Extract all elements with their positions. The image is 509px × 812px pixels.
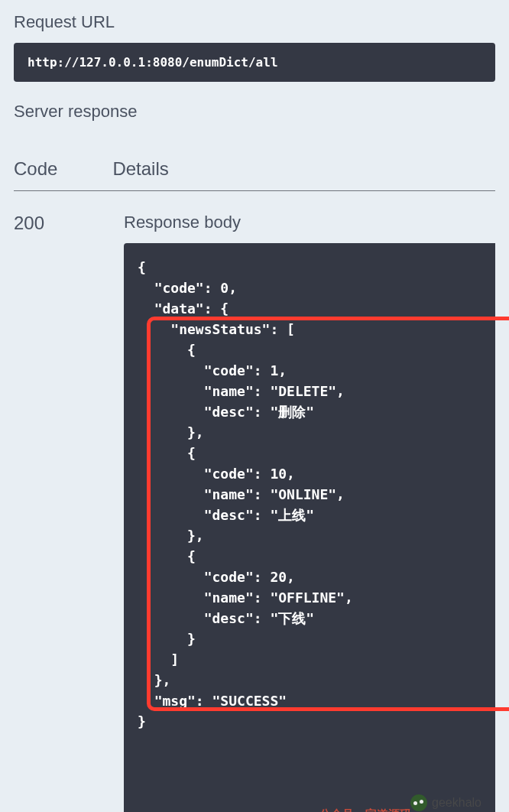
request-url-label: Request URL bbox=[14, 12, 495, 32]
details-column-header: Details bbox=[112, 158, 168, 180]
watermark-red-text: 公众号：字道源码 bbox=[319, 804, 411, 812]
response-body-text: { "code": 0, "data": { "newsStatus": [ {… bbox=[138, 259, 353, 729]
details-column: Response body { "code": 0, "data": { "ne… bbox=[124, 213, 495, 812]
status-code: 200 bbox=[14, 213, 60, 812]
response-table-header: Code Details bbox=[14, 132, 495, 190]
response-body-panel[interactable]: { "code": 0, "data": { "newsStatus": [ {… bbox=[124, 243, 495, 812]
request-url-block: http://127.0.0.1:8080/enumDict/all bbox=[14, 43, 495, 82]
response-row: 200 Response body { "code": 0, "data": {… bbox=[14, 191, 495, 812]
request-url-value: http://127.0.0.1:8080/enumDict/all bbox=[28, 55, 278, 70]
divider bbox=[14, 190, 495, 191]
wechat-icon bbox=[410, 794, 427, 811]
watermark: geekhalo bbox=[410, 792, 481, 812]
code-column-header: Code bbox=[14, 158, 57, 180]
response-body-label: Response body bbox=[124, 213, 495, 232]
server-response-label: Server response bbox=[14, 102, 495, 122]
watermark-handle: geekhalo bbox=[432, 792, 481, 812]
